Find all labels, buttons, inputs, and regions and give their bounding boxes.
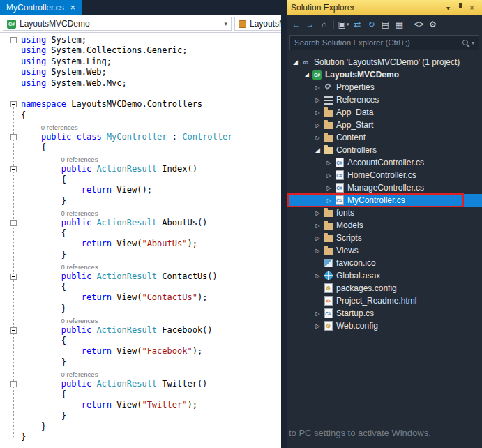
tree-item-solution-layoutsmvcdemo-1-project[interactable]: ◢∞Solution 'LayoutsMVCDemo' (1 project) bbox=[287, 56, 482, 68]
expander-icon[interactable]: ▷ bbox=[313, 273, 322, 279]
tree-item-content[interactable]: ▷Content bbox=[287, 131, 482, 144]
code-line[interactable]: } bbox=[0, 250, 281, 260]
chevron-down-icon[interactable]: ▾ bbox=[472, 40, 474, 46]
tree-item-properties[interactable]: ▷Properties bbox=[287, 81, 482, 94]
codelens-line[interactable]: 0 references bbox=[0, 260, 281, 271]
project-dropdown[interactable]: C# LayoutsMVCDemo ▾ bbox=[3, 17, 232, 31]
codelens-line[interactable]: 0 references bbox=[0, 153, 281, 163]
codelens-references[interactable]: 0 references bbox=[21, 316, 98, 325]
tree-item-startup-cs[interactable]: ▷C#Startup.cs bbox=[287, 307, 482, 320]
code-line[interactable]: { bbox=[0, 336, 281, 346]
code-line[interactable]: } bbox=[0, 357, 281, 368]
code-line[interactable]: } bbox=[0, 196, 281, 207]
fold-marker-icon[interactable] bbox=[10, 166, 17, 172]
show-all-files-button[interactable]: ▦ bbox=[393, 18, 406, 31]
code-line[interactable]: using System.Collections.Generic; bbox=[0, 45, 281, 56]
tree-item-models[interactable]: ▷Models bbox=[287, 219, 482, 232]
search-input[interactable]: Search Solution Explorer (Ctrl+;) ▾ bbox=[289, 35, 479, 50]
expander-icon[interactable]: ▷ bbox=[313, 223, 322, 229]
tree-item-mycontroller-cs[interactable]: ▷C#MyController.cs bbox=[287, 194, 482, 207]
tree-item-app-start[interactable]: ▷App_Start bbox=[287, 119, 482, 131]
tree-item-managecontroller-cs[interactable]: ▷C#ManageController.cs bbox=[287, 181, 482, 194]
codelens-references[interactable]: 0 references bbox=[21, 209, 98, 218]
back-button[interactable]: ← bbox=[289, 18, 303, 31]
code-editor[interactable]: using System;using System.Collections.Ge… bbox=[0, 33, 281, 448]
code-line[interactable]: } bbox=[0, 304, 281, 314]
tree-item-references[interactable]: ▷References bbox=[287, 94, 482, 106]
tree-item-accountcontroller-cs[interactable]: ▷C#AccountController.cs bbox=[287, 156, 482, 169]
expander-icon[interactable]: ▷ bbox=[313, 84, 322, 91]
window-menu-icon[interactable]: ▾ bbox=[442, 4, 454, 12]
codelens-references[interactable]: 0 references bbox=[21, 370, 98, 379]
solution-explorer-titlebar[interactable]: Solution Explorer ▾ × bbox=[287, 0, 482, 15]
codelens-line[interactable]: 0 references bbox=[0, 207, 281, 217]
view-code-button[interactable]: <> bbox=[412, 18, 425, 31]
code-line[interactable]: } bbox=[0, 432, 281, 442]
tree-item-fonts[interactable]: ▷fonts bbox=[287, 207, 482, 219]
pin-icon[interactable] bbox=[454, 3, 466, 13]
code-line[interactable]: public class MyController : Controller bbox=[0, 132, 281, 142]
codelens-references[interactable]: 0 references bbox=[21, 123, 78, 132]
tree-item-scripts[interactable]: ▷Scripts bbox=[287, 232, 482, 244]
code-line[interactable]: { bbox=[0, 110, 281, 121]
code-line[interactable]: return View("Twitter"); bbox=[0, 400, 281, 410]
code-line[interactable]: return View(); bbox=[0, 185, 281, 195]
refresh-button[interactable]: ↻ bbox=[365, 18, 378, 31]
code-line[interactable]: using System.Linq; bbox=[0, 57, 281, 67]
expander-icon[interactable]: ▷ bbox=[313, 135, 322, 141]
fold-marker-icon[interactable] bbox=[10, 134, 17, 140]
tree-item-views[interactable]: ▷Views bbox=[287, 244, 482, 257]
expander-icon[interactable]: ▷ bbox=[324, 185, 333, 191]
collapse-all-button[interactable]: ▤ bbox=[379, 18, 392, 31]
tree-item-controllers[interactable]: ◢Controllers bbox=[287, 144, 482, 156]
code-line[interactable]: return View("AboutUs"); bbox=[0, 239, 281, 249]
fold-marker-icon[interactable] bbox=[10, 37, 17, 43]
expander-icon[interactable]: ▷ bbox=[313, 110, 322, 116]
code-line[interactable]: { bbox=[0, 282, 281, 292]
expander-icon[interactable]: ▷ bbox=[324, 197, 333, 204]
tree-item-app-data[interactable]: ▷App_Data bbox=[287, 106, 482, 119]
code-line[interactable] bbox=[0, 89, 281, 99]
scope-button[interactable]: ▣▾ bbox=[337, 18, 350, 31]
codelens-references[interactable]: 0 references bbox=[21, 262, 98, 271]
tree-item-homecontroller-cs[interactable]: ▷C#HomeController.cs bbox=[287, 169, 482, 181]
expander-icon[interactable]: ▷ bbox=[324, 160, 333, 166]
tree-item-web-config[interactable]: ▷⚙Web.config bbox=[287, 320, 482, 332]
fold-marker-icon[interactable] bbox=[10, 220, 17, 226]
code-line[interactable]: using System; bbox=[0, 35, 281, 45]
code-line[interactable]: using System.Web.Mvc; bbox=[0, 78, 281, 89]
code-line[interactable]: public ActionResult AboutUs() bbox=[0, 218, 281, 228]
code-line[interactable]: namespace LayoutsMVCDemo.Controllers bbox=[0, 99, 281, 110]
type-dropdown[interactable]: LayoutsMVC bbox=[234, 17, 281, 31]
tree-item-packages-config[interactable]: ⚙packages.config bbox=[287, 282, 482, 294]
home-button[interactable]: ⌂ bbox=[317, 18, 331, 31]
tree-item-global-asax[interactable]: ▷Global.asax bbox=[287, 269, 482, 282]
fold-marker-icon[interactable] bbox=[10, 381, 17, 387]
code-line[interactable]: public ActionResult Twitter() bbox=[0, 379, 281, 389]
fold-marker-icon[interactable] bbox=[10, 327, 17, 334]
code-line[interactable]: public ActionResult ContactUs() bbox=[0, 271, 281, 282]
search-icon[interactable] bbox=[462, 40, 468, 45]
tree-item-favicon-ico[interactable]: favicon.ico bbox=[287, 257, 482, 269]
expander-icon[interactable]: ◢ bbox=[302, 71, 311, 78]
expander-icon[interactable]: ▷ bbox=[313, 122, 322, 128]
close-icon[interactable]: × bbox=[466, 4, 478, 12]
code-line[interactable]: } bbox=[0, 421, 281, 432]
codelens-line[interactable]: 0 references bbox=[0, 121, 281, 131]
code-line[interactable]: public ActionResult Index() bbox=[0, 164, 281, 174]
code-line[interactable]: return View("Facebook"); bbox=[0, 346, 281, 357]
code-line[interactable]: } bbox=[0, 411, 281, 421]
codelens-references[interactable]: 0 references bbox=[21, 155, 98, 164]
code-line[interactable]: public ActionResult Facebook() bbox=[0, 325, 281, 336]
code-line[interactable]: return View("ContactUs"); bbox=[0, 292, 281, 303]
code-line[interactable]: { bbox=[0, 142, 281, 153]
expander-icon[interactable]: ▷ bbox=[313, 97, 322, 103]
tree-item-project-readme-html[interactable]: <>Project_Readme.html bbox=[287, 294, 482, 307]
expander-icon[interactable]: ▷ bbox=[313, 210, 322, 216]
codelens-line[interactable]: 0 references bbox=[0, 314, 281, 324]
expander-icon[interactable]: ▷ bbox=[313, 235, 322, 241]
expander-icon[interactable]: ◢ bbox=[313, 147, 322, 154]
code-line[interactable]: { bbox=[0, 174, 281, 185]
code-line[interactable]: { bbox=[0, 228, 281, 239]
code-line[interactable]: { bbox=[0, 389, 281, 400]
